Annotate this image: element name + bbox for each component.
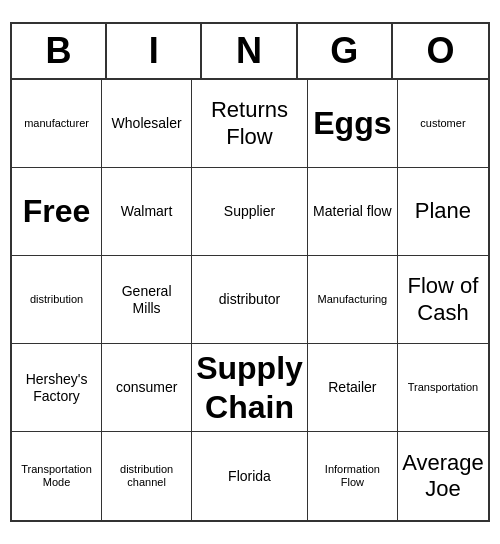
header-letter-o: O — [393, 24, 488, 78]
cell-text-23: Information Flow — [312, 463, 393, 489]
bingo-cell-16: consumer — [102, 344, 192, 432]
cell-text-1: Wholesaler — [112, 115, 182, 132]
bingo-cell-8: Material flow — [308, 168, 398, 256]
cell-text-19: Transportation — [408, 381, 479, 394]
bingo-card: BINGO manufacturerWholesalerReturns Flow… — [10, 22, 490, 522]
bingo-cell-23: Information Flow — [308, 432, 398, 520]
bingo-cell-6: Walmart — [102, 168, 192, 256]
bingo-cell-22: Florida — [192, 432, 308, 520]
cell-text-0: manufacturer — [24, 117, 89, 130]
bingo-cell-13: Manufacturing — [308, 256, 398, 344]
bingo-cell-0: manufacturer — [12, 80, 102, 168]
bingo-cell-10: distribution — [12, 256, 102, 344]
header-letter-n: N — [202, 24, 297, 78]
header-letter-i: I — [107, 24, 202, 78]
cell-text-7: Supplier — [224, 203, 275, 220]
bingo-cell-1: Wholesaler — [102, 80, 192, 168]
bingo-cell-21: distribution channel — [102, 432, 192, 520]
cell-text-24: Average Joe — [402, 450, 484, 503]
bingo-cell-7: Supplier — [192, 168, 308, 256]
bingo-header: BINGO — [12, 24, 488, 80]
bingo-cell-5: Free — [12, 168, 102, 256]
bingo-cell-11: General Mills — [102, 256, 192, 344]
bingo-cell-19: Transportation — [398, 344, 488, 432]
cell-text-15: Hershey's Factory — [16, 371, 97, 405]
header-letter-g: G — [298, 24, 393, 78]
bingo-cell-12: distributor — [192, 256, 308, 344]
cell-text-14: Flow of Cash — [402, 273, 484, 326]
cell-text-12: distributor — [219, 291, 280, 308]
cell-text-11: General Mills — [106, 283, 187, 317]
bingo-cell-14: Flow of Cash — [398, 256, 488, 344]
bingo-cell-20: Transportation Mode — [12, 432, 102, 520]
cell-text-21: distribution channel — [106, 463, 187, 489]
cell-text-22: Florida — [228, 468, 271, 485]
cell-text-9: Plane — [415, 198, 471, 224]
cell-text-3: Eggs — [313, 104, 391, 142]
bingo-cell-4: customer — [398, 80, 488, 168]
cell-text-10: distribution — [30, 293, 83, 306]
bingo-cell-15: Hershey's Factory — [12, 344, 102, 432]
cell-text-20: Transportation Mode — [16, 463, 97, 489]
bingo-cell-3: Eggs — [308, 80, 398, 168]
bingo-cell-18: Retailer — [308, 344, 398, 432]
cell-text-16: consumer — [116, 379, 177, 396]
bingo-cell-2: Returns Flow — [192, 80, 308, 168]
header-letter-b: B — [12, 24, 107, 78]
cell-text-18: Retailer — [328, 379, 376, 396]
cell-text-4: customer — [420, 117, 465, 130]
bingo-cell-24: Average Joe — [398, 432, 488, 520]
cell-text-8: Material flow — [313, 203, 392, 220]
cell-text-5: Free — [23, 192, 91, 230]
bingo-cell-9: Plane — [398, 168, 488, 256]
bingo-grid: manufacturerWholesalerReturns FlowEggscu… — [12, 80, 488, 520]
cell-text-2: Returns Flow — [196, 97, 303, 150]
cell-text-17: Supply Chain — [196, 349, 303, 426]
bingo-cell-17: Supply Chain — [192, 344, 308, 432]
cell-text-13: Manufacturing — [318, 293, 388, 306]
cell-text-6: Walmart — [121, 203, 173, 220]
